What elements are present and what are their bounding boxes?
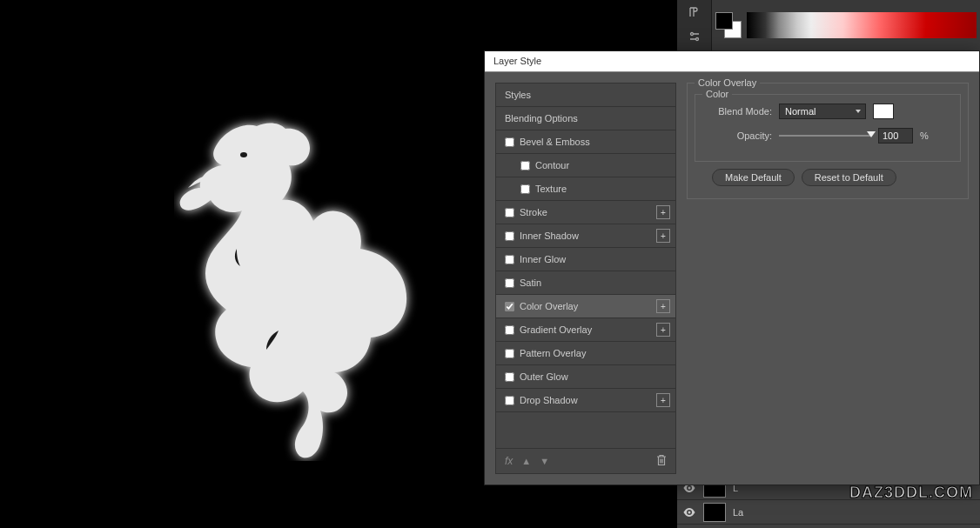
snake-silhouette — [174, 96, 418, 461]
add-effect-icon[interactable]: + — [656, 299, 670, 313]
effect-satin[interactable]: Satin — [496, 271, 675, 295]
effect-label: Satin — [520, 277, 541, 288]
satin-checkbox[interactable] — [505, 278, 514, 288]
effect-stroke[interactable]: Stroke + — [496, 201, 675, 224]
add-effect-icon[interactable]: + — [656, 229, 670, 243]
move-down-icon[interactable]: ▼ — [540, 456, 549, 466]
effect-bevel-emboss[interactable]: Bevel & Emboss — [496, 130, 675, 154]
opacity-unit: % — [920, 130, 929, 141]
effect-label: Inner Shadow — [520, 231, 579, 241]
color-overlay-checkbox[interactable] — [505, 302, 514, 311]
top-right-panel — [677, 0, 980, 50]
add-effect-icon[interactable]: + — [656, 323, 670, 337]
effects-footer: fx ▲ ▼ — [496, 448, 675, 473]
fx-label[interactable]: fx — [505, 455, 513, 467]
inner-glow-checkbox[interactable] — [505, 255, 514, 264]
paragraph-icon[interactable] — [686, 3, 703, 21]
dialog-title: Layer Style — [493, 56, 541, 66]
effect-label: Color Overlay — [520, 301, 578, 311]
effect-drop-shadow[interactable]: Drop Shadow + — [496, 389, 675, 412]
effect-label: Bevel & Emboss — [520, 137, 590, 147]
svg-point-1 — [690, 33, 693, 36]
effects-list-panel: Styles Blending Options Bevel & Emboss C… — [495, 83, 676, 474]
effect-label: Outer Glow — [520, 371, 568, 382]
dialog-title-bar[interactable]: Layer Style — [485, 51, 979, 72]
inner-shadow-checkbox[interactable] — [505, 231, 514, 241]
opacity-value-input[interactable]: 100 — [878, 128, 913, 144]
svg-point-4 — [688, 511, 691, 513]
visibility-eye-icon[interactable] — [682, 505, 696, 519]
effect-label: Stroke — [520, 207, 547, 217]
layer-style-dialog: Layer Style Styles Blending Options Beve… — [484, 50, 980, 485]
color-swatch-area — [712, 0, 980, 50]
contour-checkbox[interactable] — [520, 161, 530, 170]
gradient-overlay-checkbox[interactable] — [505, 325, 514, 335]
inner-legend: Color — [702, 89, 732, 99]
outer-glow-checkbox[interactable] — [505, 372, 514, 382]
move-up-icon[interactable]: ▲ — [521, 456, 531, 466]
svg-point-3 — [688, 486, 691, 489]
effect-label: Inner Glow — [520, 254, 566, 264]
blend-mode-select[interactable]: Normal — [779, 104, 866, 119]
fieldset-legend: Color Overlay — [695, 77, 760, 88]
foreground-color-swatch[interactable] — [715, 12, 733, 30]
effect-label: Drop Shadow — [520, 395, 578, 405]
effect-label: Gradient Overlay — [520, 324, 592, 335]
effect-color-overlay[interactable]: Color Overlay + — [496, 295, 675, 318]
effect-pattern-overlay[interactable]: Pattern Overlay — [496, 342, 675, 365]
opacity-slider[interactable] — [779, 135, 871, 137]
effect-label: Pattern Overlay — [520, 348, 586, 358]
svg-point-2 — [695, 38, 698, 41]
layer-name-label: La — [733, 507, 743, 518]
effect-inner-shadow[interactable]: Inner Shadow + — [496, 224, 675, 248]
svg-point-0 — [240, 152, 247, 157]
overlay-color-chip[interactable] — [873, 104, 894, 119]
panel-icon-strip — [677, 0, 712, 50]
blend-mode-row: Blend Mode: Normal — [702, 104, 953, 119]
add-effect-icon[interactable]: + — [656, 205, 670, 219]
effect-label: Contour — [535, 160, 569, 170]
slider-thumb-icon[interactable] — [867, 131, 876, 137]
texture-checkbox[interactable] — [520, 184, 530, 194]
foreground-background-swatch[interactable] — [715, 12, 742, 38]
trash-icon[interactable] — [656, 454, 667, 468]
effect-contour[interactable]: Contour — [496, 154, 675, 177]
default-buttons-row: Make Default Reset to Default — [695, 169, 961, 186]
effect-outer-glow[interactable]: Outer Glow — [496, 365, 675, 389]
effect-texture[interactable]: Texture — [496, 177, 675, 201]
make-default-button[interactable]: Make Default — [712, 169, 795, 186]
blend-mode-label: Blend Mode: — [702, 106, 772, 117]
pattern-overlay-checkbox[interactable] — [505, 349, 514, 358]
color-spectrum-bar[interactable] — [747, 12, 977, 38]
effect-settings-panel: Color Overlay Color Blend Mode: Normal O… — [687, 83, 969, 474]
layer-thumbnail — [703, 503, 726, 522]
effect-inner-glow[interactable]: Inner Glow — [496, 248, 675, 271]
opacity-label: Opacity: — [702, 130, 772, 141]
reset-default-button[interactable]: Reset to Default — [802, 169, 896, 186]
effect-gradient-overlay[interactable]: Gradient Overlay + — [496, 318, 675, 342]
adjustments-icon[interactable] — [686, 28, 703, 45]
effect-label: Texture — [535, 184, 567, 194]
color-inner-fieldset: Color Blend Mode: Normal Opacity: 100 % — [695, 94, 961, 162]
add-effect-icon[interactable]: + — [656, 393, 670, 407]
styles-header[interactable]: Styles — [496, 84, 675, 107]
color-overlay-fieldset: Color Overlay Color Blend Mode: Normal O… — [687, 83, 969, 199]
opacity-row: Opacity: 100 % — [702, 128, 953, 144]
layer-row[interactable]: La — [677, 500, 980, 525]
drop-shadow-checkbox[interactable] — [505, 396, 514, 405]
blending-options-header[interactable]: Blending Options — [496, 107, 675, 130]
stroke-checkbox[interactable] — [505, 208, 514, 217]
bevel-checkbox[interactable] — [505, 137, 514, 147]
